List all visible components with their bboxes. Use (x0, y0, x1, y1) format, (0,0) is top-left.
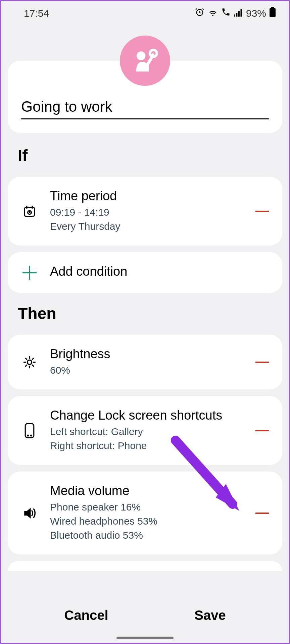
speaker-icon (21, 506, 38, 520)
add-condition-label: Add condition (50, 264, 269, 279)
bottom-action-bar: Cancel Save (1, 598, 289, 636)
action-brightness[interactable]: Brightness 60% (8, 335, 282, 389)
status-time: 17:54 (24, 8, 49, 19)
remove-action-button[interactable] (255, 513, 269, 514)
condition-time-period[interactable]: Time period 09:19 - 14:19 Every Thursday (8, 177, 282, 246)
brightness-icon (21, 356, 38, 369)
cancel-button[interactable]: Cancel (64, 608, 108, 623)
svg-rect-4 (240, 9, 242, 16)
routine-name-input[interactable] (21, 94, 269, 119)
condition-sub: 09:19 - 14:19 (50, 205, 243, 219)
remove-condition-button[interactable] (255, 211, 269, 212)
call-icon (221, 7, 231, 19)
action-title: Brightness (50, 347, 243, 361)
battery-icon (270, 7, 276, 19)
save-button[interactable]: Save (194, 608, 226, 623)
condition-title: Time period (50, 189, 243, 203)
then-section-label: Then (18, 304, 289, 323)
action-sub: 60% (50, 363, 243, 377)
svg-rect-12 (25, 424, 34, 438)
action-sub: Wired headphones 53% (50, 514, 243, 528)
condition-sub: Every Thursday (50, 219, 243, 233)
phone-device-icon (21, 423, 38, 439)
action-sub: Phone speaker 16% (50, 500, 243, 514)
svg-point-8 (150, 50, 157, 57)
svg-rect-2 (236, 13, 237, 17)
if-section-label: If (18, 146, 289, 165)
action-sub: Right shortcut: Phone (50, 439, 243, 453)
alarm-icon (195, 7, 204, 19)
calendar-icon (21, 205, 38, 218)
plus-icon (22, 266, 37, 280)
signal-icon (234, 8, 243, 19)
svg-rect-3 (238, 11, 240, 16)
action-sub: Left shortcut: Gallery (50, 425, 243, 439)
routine-icon-avatar[interactable] (120, 36, 170, 86)
svg-point-13 (28, 435, 29, 436)
remove-action-button[interactable] (255, 430, 269, 431)
svg-point-11 (27, 360, 32, 364)
nav-handle[interactable] (116, 637, 174, 639)
svg-point-14 (31, 435, 32, 436)
svg-rect-5 (270, 8, 276, 17)
svg-point-7 (137, 51, 145, 60)
action-title: Change Lock screen shortcuts (50, 408, 243, 423)
battery-text: 93% (246, 8, 266, 19)
action-sub: Bluetooth audio 53% (50, 528, 243, 542)
next-card-peek (8, 561, 282, 571)
status-bar: 17:54 93% (1, 1, 289, 25)
wifi-icon (208, 8, 218, 19)
svg-rect-6 (271, 7, 274, 9)
action-title: Media volume (50, 484, 243, 498)
add-condition-button[interactable]: Add condition (8, 252, 282, 293)
commute-person-icon (130, 46, 160, 75)
remove-action-button[interactable] (255, 362, 269, 363)
action-lock-screen-shortcuts[interactable]: Change Lock screen shortcuts Left shortc… (8, 396, 282, 465)
status-icons: 93% (195, 7, 276, 19)
svg-rect-1 (234, 14, 235, 17)
action-media-volume[interactable]: Media volume Phone speaker 16% Wired hea… (8, 472, 282, 554)
